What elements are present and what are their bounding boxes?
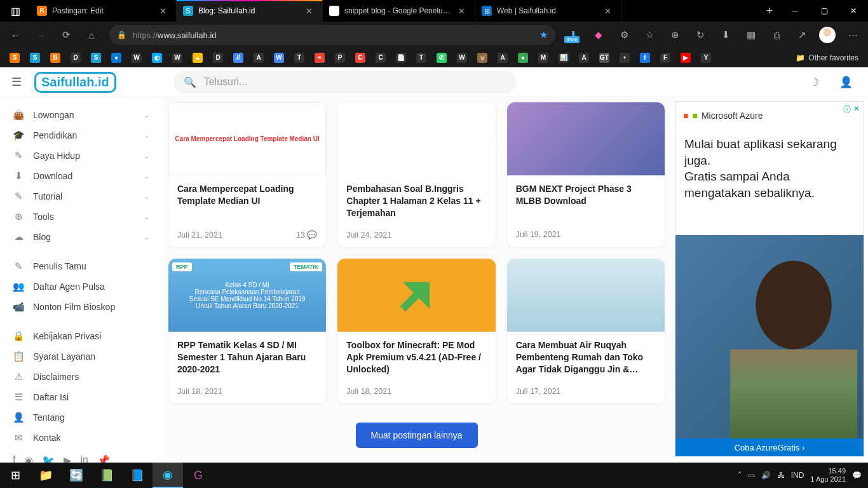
tray-language[interactable]: IND	[791, 471, 804, 480]
bookmark-item[interactable]: GT	[595, 50, 614, 66]
taskbar-app-4[interactable]: G	[183, 463, 214, 488]
forward-button[interactable]: →	[29, 24, 52, 46]
sidebar-item[interactable]: 📹Nonton Film Bioskop	[5, 297, 157, 317]
tray-network-icon[interactable]: 🖧	[777, 471, 785, 480]
system-tray[interactable]: ˄ ▭ 🔊 🖧 IND 15.491 Agu 2021 💬	[731, 467, 868, 484]
bookmark-item[interactable]: 📊	[554, 50, 573, 66]
tab-close-icon[interactable]: ✕	[458, 6, 468, 16]
bookmark-item[interactable]: ✆	[432, 50, 451, 66]
tray-volume-icon[interactable]: 🔊	[761, 471, 771, 480]
ext-idm-icon[interactable]: ⬇856k	[562, 24, 585, 46]
bookmark-item[interactable]: P	[330, 50, 349, 66]
bookmark-item[interactable]: Y	[696, 50, 715, 66]
bookmark-item[interactable]: A	[493, 50, 512, 66]
sidebar-item[interactable]: 🔒Kebijakan Privasi	[5, 326, 157, 346]
site-logo[interactable]: Saifullah.id	[34, 72, 116, 93]
browser-tab[interactable]: SBlog: Saifullah.id✕	[177, 0, 323, 22]
tray-clock[interactable]: 15.491 Agu 2021	[810, 467, 846, 484]
bookmark-item[interactable]: S	[5, 50, 24, 66]
sidebar-item[interactable]: 📋Syarat Layanan	[5, 346, 157, 367]
bookmark-item[interactable]: M	[534, 50, 553, 66]
bookmark-item[interactable]: f	[635, 50, 654, 66]
social-icon[interactable]: 📌	[97, 454, 110, 463]
browser-tab[interactable]: BPostingan: Edit✕	[31, 0, 177, 22]
menu-icon[interactable]: ☰	[11, 75, 22, 89]
ad-unit[interactable]: ⓘ✕ ■■ Microsoft Azure Mulai buat aplikas…	[675, 101, 864, 457]
new-tab-button[interactable]: +	[759, 4, 780, 18]
social-icon[interactable]: ◉	[24, 454, 33, 463]
bookmark-item[interactable]: ●	[513, 50, 532, 66]
bookmark-item[interactable]: T	[290, 50, 309, 66]
share-button[interactable]: ↗	[790, 24, 813, 46]
bookmark-item[interactable]: 📄	[391, 50, 410, 66]
minimize-button[interactable]: ─	[780, 0, 810, 22]
sidebar-item[interactable]: ☰Daftar Isi	[5, 387, 157, 407]
bookmark-item[interactable]: D	[208, 50, 227, 66]
bookmark-item[interactable]: F	[656, 50, 675, 66]
back-button[interactable]: ←	[4, 24, 27, 46]
post-card[interactable]: Cara Membuat Air Ruqyah Pembenteng Rumah…	[507, 259, 665, 403]
tray-chevron-icon[interactable]: ˄	[738, 471, 742, 480]
bookmark-item[interactable]: ●	[107, 50, 126, 66]
post-card[interactable]: RPPTEMATIKKelas 4 SD / MIRencana Pelaksa…	[168, 259, 326, 403]
browser-tab[interactable]: Gsnippet blog - Google Penelusur✕	[323, 0, 475, 22]
load-more-button[interactable]: Muat postingan lainnya	[356, 423, 478, 448]
address-bar[interactable]: 🔒 https://www.saifullah.id ★	[109, 25, 555, 45]
sidebar-item[interactable]: 👤Tentang	[5, 407, 157, 428]
sidebar-item[interactable]: ☁Blog⌄	[5, 227, 157, 247]
screenshot-button[interactable]: ⎙	[765, 24, 788, 46]
bookmark-item[interactable]: S	[25, 50, 44, 66]
sidebar-item[interactable]: ✉Kontak	[5, 428, 157, 448]
taskbar-edge[interactable]: ◉	[153, 463, 183, 488]
tray-notifications-icon[interactable]: 💬	[852, 471, 862, 480]
sidebar-item[interactable]: 🎓Pendidikan⌄	[5, 125, 157, 146]
bookmark-star-icon[interactable]: ★	[539, 29, 548, 41]
downloads-button[interactable]: ⬇	[714, 24, 737, 46]
bookmark-item[interactable]: 🦉	[473, 50, 492, 66]
bookmark-item[interactable]: B	[46, 50, 65, 66]
bookmark-item[interactable]: W	[127, 50, 146, 66]
apps-button[interactable]: ▦	[740, 24, 763, 46]
sidebar-item[interactable]: 👥Daftar Agen Pulsa	[5, 276, 157, 297]
bookmark-item[interactable]: A	[249, 50, 268, 66]
social-icon[interactable]: 🐦	[42, 454, 55, 463]
dark-mode-icon[interactable]: ☽	[806, 76, 823, 89]
bookmark-item[interactable]: A	[574, 50, 593, 66]
bookmark-item[interactable]: W	[452, 50, 471, 66]
social-icon[interactable]: ▶	[64, 454, 71, 463]
sidebar-item[interactable]: ⚠Disclaimers	[5, 367, 157, 387]
collections-button[interactable]: ⊕	[663, 24, 686, 46]
home-button[interactable]: ⌂	[80, 24, 103, 46]
post-card[interactable]: Pembahasan Soal B.Inggris Chapter 1 Hala…	[337, 102, 495, 247]
sidebar-item[interactable]: ✎Gaya Hidup⌄	[5, 146, 157, 166]
bookmark-item[interactable]: D	[66, 50, 85, 66]
tab-close-icon[interactable]: ✕	[159, 6, 170, 16]
bookmark-item[interactable]: C	[371, 50, 390, 66]
sidebar-item[interactable]: ✎Penulis Tamu	[5, 256, 157, 276]
other-favorites[interactable]: 📁Other favorites	[791, 50, 863, 66]
menu-button[interactable]: ⋯	[841, 24, 864, 46]
bookmark-item[interactable]: ◐	[147, 50, 166, 66]
social-icon[interactable]: f	[13, 454, 15, 463]
taskbar-explorer[interactable]: 📁	[31, 463, 61, 488]
tray-battery-icon[interactable]: ▭	[748, 471, 755, 480]
taskbar-app-3[interactable]: 📘	[122, 463, 153, 488]
tab-close-icon[interactable]: ✕	[604, 6, 614, 16]
sidebar-item[interactable]: 👜Lowongan⌄	[5, 105, 157, 125]
bookmark-item[interactable]: W	[168, 50, 187, 66]
bookmark-item[interactable]: •	[615, 50, 634, 66]
bookmark-item[interactable]: ▶	[676, 50, 695, 66]
taskbar-app-1[interactable]: 🔄	[61, 463, 92, 488]
sidebar-item[interactable]: ⬇Download⌄	[5, 166, 157, 186]
bookmark-item[interactable]: //	[229, 50, 248, 66]
bookmark-item[interactable]: W	[269, 50, 288, 66]
ad-cta-button[interactable]: Coba AzureGratis ›	[675, 438, 864, 456]
browser-tab[interactable]: ⊞Web | Saifullah.id✕	[475, 0, 621, 22]
bookmark-item[interactable]: ≡	[310, 50, 329, 66]
maximize-button[interactable]: ▢	[810, 0, 839, 22]
ext-color-icon[interactable]: ◆	[587, 24, 610, 46]
post-card[interactable]: BGM NEXT Project Phase 3 MLBB DownloadJu…	[507, 102, 665, 247]
sidebar-item[interactable]: ✎Tutorial⌄	[5, 186, 157, 207]
reload-button[interactable]: ⟳	[55, 24, 78, 46]
post-card[interactable]: Cara Mempercepat Loading Template Median…	[168, 102, 326, 247]
